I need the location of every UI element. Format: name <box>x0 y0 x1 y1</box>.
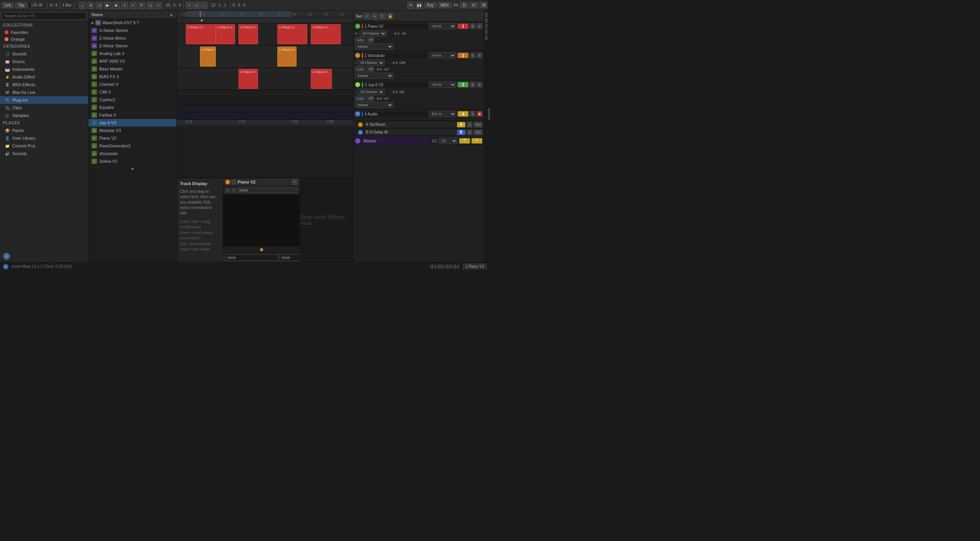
track2-channel[interactable]: All Channe <box>358 60 385 66</box>
track3-activator[interactable] <box>355 82 360 87</box>
track3-channel[interactable]: All Channe <box>358 89 385 95</box>
master-vol-left[interactable]: 0 <box>459 138 470 144</box>
track4-s-btn[interactable]: S <box>470 111 475 117</box>
clavinet-item[interactable]: C Clavinet V <box>88 80 177 88</box>
track3-input[interactable]: All Ins <box>429 82 456 88</box>
track2-routing[interactable]: Master <box>355 73 393 79</box>
scroll-down-btn[interactable]: ▼ <box>130 167 135 171</box>
draw-btn[interactable]: ▭ <box>193 2 200 9</box>
audio-effect-item[interactable]: ⚡ Audio Effect <box>0 73 88 81</box>
mixer-redo-btn[interactable]: ↪ <box>372 13 378 19</box>
mixer-edit-btn[interactable]: ✎ <box>379 13 385 19</box>
track3-off-btn[interactable]: Off <box>367 96 375 101</box>
bpm-input[interactable] <box>28 2 45 8</box>
track1-s-btn[interactable]: S <box>470 23 475 29</box>
device-power-btn[interactable] <box>225 180 230 184</box>
track1-m-btn[interactable]: ● <box>477 23 482 29</box>
effects-drop-area[interactable]: Drop Audio Effects Here <box>300 178 353 262</box>
key-button[interactable]: Key <box>424 2 436 8</box>
midi-effects-item[interactable]: 🎛 MIDI Effects <box>0 81 88 88</box>
samples-item[interactable]: 🎼 Samples <box>0 112 88 119</box>
back-btn[interactable]: ◁ <box>96 2 103 9</box>
track2-m-btn[interactable]: ● <box>477 53 482 58</box>
return-b-pre-btn[interactable]: Pre <box>474 130 482 135</box>
z-noise-stereo-item[interactable]: W Z-Noise Stereo <box>88 42 177 50</box>
clip-piano-1d[interactable]: 1-Piano V... <box>277 24 307 44</box>
session-btn[interactable]: ○ <box>155 2 162 9</box>
analog-lab-item[interactable]: A Analog Lab 3 <box>88 50 177 57</box>
solina-item[interactable]: S Solina V2 <box>88 157 177 165</box>
device-close-btn[interactable]: × <box>292 179 297 185</box>
w-button[interactable]: W <box>480 2 488 8</box>
add-btn[interactable]: + <box>130 2 137 9</box>
return-b-s-btn[interactable]: S <box>467 130 472 135</box>
footer-left-input[interactable] <box>225 254 278 261</box>
max-for-live-item[interactable]: M Max for Live <box>0 88 88 96</box>
track1-input[interactable]: All Ins <box>429 23 456 29</box>
return-a-pre-btn[interactable]: Pre <box>474 122 482 127</box>
device-preset-input[interactable] <box>238 187 297 193</box>
track4-activator[interactable] <box>355 111 360 117</box>
track1-activator[interactable] <box>355 23 360 29</box>
z-noise-mono-item[interactable]: W Z-Noise Mono <box>88 34 177 42</box>
track1-off-btn[interactable]: Off <box>367 37 375 43</box>
x-noise-stereo-item[interactable]: W X-Noise Stereo <box>88 27 177 34</box>
drums-item[interactable]: 🥁 Drums <box>0 58 88 65</box>
h-button[interactable]: H <box>470 2 478 8</box>
pencil-btn[interactable]: ✏ <box>407 2 414 9</box>
track2-input[interactable]: All Ins <box>429 52 456 58</box>
track3-auto-btn[interactable]: Auto <box>355 96 365 101</box>
waveshell-group[interactable]: ▶ W WaveShell-VST 9.7 <box>88 19 177 27</box>
return-a-icon[interactable] <box>358 122 363 127</box>
clip-sforz-2b[interactable]: 1-Piano V... <box>277 47 297 67</box>
info-button[interactable]: i <box>3 253 10 260</box>
sounds2-item[interactable]: 🔊 Sounds <box>0 150 88 157</box>
midi-button[interactable]: MIDI <box>438 2 452 8</box>
arrangement-btn[interactable]: ⊕ <box>87 2 94 9</box>
punch-in-btn[interactable]: ◁ <box>147 2 153 9</box>
mixer-undo-btn[interactable]: ↩ <box>364 13 370 19</box>
jup8-item[interactable]: J Jup-8 V3 <box>88 119 177 127</box>
track-lane-1[interactable]: 1-Piano V... 1-Piano V... 1-Piano V... 1… <box>177 23 353 45</box>
scroll-up[interactable]: ▲ <box>169 12 173 17</box>
equator-item[interactable]: E Equator <box>88 104 177 111</box>
stop-button[interactable]: ■ <box>113 2 120 9</box>
clips-item[interactable]: 📎 Clips <box>0 104 88 112</box>
cypher2-item[interactable]: C Cypher2 <box>88 96 177 104</box>
track3-routing[interactable]: Master <box>355 102 393 108</box>
return-a-s-btn[interactable]: S <box>467 122 472 127</box>
track-lane-2[interactable]: 1-Piano V... 1-Piano V... <box>177 45 353 68</box>
clip-jup-3b[interactable]: 1-Piano V... <box>311 69 332 89</box>
modular-item[interactable]: M Modular V3 <box>88 127 177 134</box>
clip-jup-3a[interactable]: 1-Piano V... <box>238 69 258 89</box>
cpu-bar-btn[interactable]: ▮▮ <box>416 2 423 9</box>
track-lane-3[interactable]: 1-Piano V... 1-Piano V... <box>177 68 353 90</box>
bass-master-item[interactable]: B Bass Master <box>88 65 177 73</box>
record-button[interactable]: ● <box>121 2 128 9</box>
groove-btn[interactable]: ◟ <box>201 2 208 9</box>
packs-item[interactable]: 📦 Packs <box>0 127 88 134</box>
track-lane-4[interactable] <box>177 90 353 99</box>
search-input[interactable] <box>2 12 87 20</box>
cmi-item[interactable]: C CMI V <box>88 88 177 96</box>
track2-s-btn[interactable]: S <box>470 53 475 58</box>
track1-auto-btn[interactable]: Auto <box>355 37 365 43</box>
metronome-btn[interactable]: ♩ <box>79 2 86 9</box>
track2-activator[interactable] <box>355 53 360 58</box>
sounds-item[interactable]: 🎵 Sounds <box>0 50 88 58</box>
plugins-item[interactable]: 🔌 Plug-Ins <box>0 96 88 104</box>
track1-channel[interactable]: All Channe <box>360 30 387 37</box>
clip-piano-1b[interactable]: 1-Piano V... <box>216 24 235 44</box>
punch-key-btn[interactable]: ⌁ <box>186 2 193 9</box>
track2-auto-btn[interactable]: Auto <box>355 67 365 72</box>
device-save-btn[interactable] <box>232 180 236 184</box>
current-proj-item[interactable]: 📁 Current Proj <box>0 142 88 150</box>
track4-input[interactable]: Ext. In <box>429 111 456 117</box>
orange-item[interactable]: Orange <box>0 36 88 43</box>
track4-r-btn[interactable]: ● <box>477 111 482 117</box>
clip-piano-1c[interactable]: 1-Piano V... <box>238 24 258 44</box>
link-button[interactable]: Link <box>2 2 14 8</box>
track2-off-btn[interactable]: Off <box>367 67 375 72</box>
bias-fx-item[interactable]: B BIAS FX 2 <box>88 73 177 80</box>
arp2600-item[interactable]: A ARP 2600 V3 <box>88 57 177 65</box>
